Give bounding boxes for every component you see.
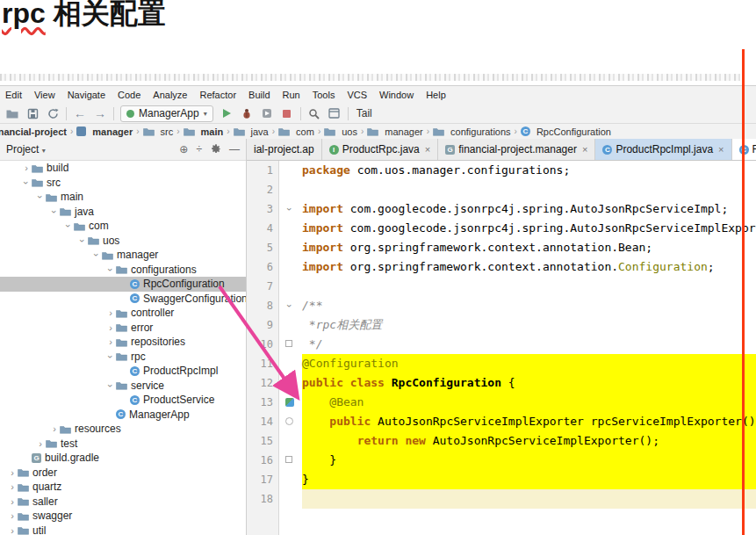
tree-item-order[interactable]: ›order bbox=[0, 466, 246, 481]
chevron-right-icon[interactable]: › bbox=[7, 467, 18, 478]
menu-item-navigate[interactable]: Navigate bbox=[68, 90, 105, 100]
window-icon[interactable] bbox=[328, 106, 342, 120]
code-line-17[interactable]: } bbox=[279, 470, 756, 489]
tree-item-manager[interactable]: ›manager bbox=[0, 248, 246, 263]
tree-item-controller[interactable]: ›controller bbox=[0, 306, 246, 321]
tree-item-quartz[interactable]: ›quartz bbox=[0, 480, 246, 495]
chevron-right-icon[interactable]: › bbox=[49, 423, 60, 434]
chevron-down-icon[interactable]: › bbox=[105, 264, 116, 275]
coverage-button[interactable] bbox=[260, 106, 274, 120]
chevron-right-icon[interactable]: › bbox=[7, 496, 18, 507]
tree-item-swagger[interactable]: ›swagger bbox=[0, 509, 246, 524]
line-number[interactable]: 13 bbox=[247, 393, 273, 412]
tree-item-saller[interactable]: ›saller bbox=[0, 495, 246, 510]
menu-item-window[interactable]: Window bbox=[379, 90, 414, 100]
code-line-16[interactable]: } bbox=[279, 451, 756, 470]
close-tab-icon[interactable]: × bbox=[718, 144, 724, 155]
breadcrumb-item-manager[interactable]: manager bbox=[76, 127, 133, 137]
menu-item-build[interactable]: Build bbox=[248, 90, 270, 100]
fold-end-icon[interactable] bbox=[285, 340, 292, 347]
tree-item-com[interactable]: ›com bbox=[0, 219, 246, 234]
back-icon[interactable]: ← bbox=[73, 106, 87, 120]
menu-item-refactor[interactable]: Refactor bbox=[199, 90, 236, 100]
line-number[interactable]: 17 bbox=[247, 470, 273, 489]
line-number[interactable]: 3 bbox=[247, 199, 273, 219]
stop-button[interactable] bbox=[280, 106, 294, 120]
line-number[interactable]: 8 bbox=[247, 296, 273, 315]
chevron-down-icon[interactable]: › bbox=[77, 235, 88, 246]
breadcrumb-item-java[interactable]: java bbox=[234, 127, 269, 137]
line-number[interactable]: 5 bbox=[247, 238, 273, 257]
tab-productrpcimpl-java[interactable]: CProductRpcImpl.java× bbox=[595, 139, 731, 160]
tree-item-repositories[interactable]: ›repositories bbox=[0, 335, 246, 350]
chevron-right-icon[interactable]: › bbox=[7, 481, 18, 492]
run-button[interactable] bbox=[220, 106, 234, 120]
tree-item-configurations[interactable]: ›configurations bbox=[0, 263, 246, 278]
breadcrumb-item-main[interactable]: main bbox=[184, 127, 224, 137]
menu-item-vcs[interactable]: VCS bbox=[347, 90, 367, 100]
chevron-down-icon[interactable]: › bbox=[21, 177, 32, 188]
breadcrumb-item-uos[interactable]: uos bbox=[324, 127, 357, 137]
tail-label[interactable]: Tail bbox=[356, 107, 372, 119]
line-number[interactable]: 11 bbox=[247, 354, 273, 373]
bean-method-gutter-icon[interactable] bbox=[285, 417, 293, 425]
tree-item-rpcconfiguration[interactable]: CRpcConfiguration bbox=[0, 277, 246, 292]
menu-item-analyze[interactable]: Analyze bbox=[153, 90, 187, 100]
chevron-down-icon[interactable]: › bbox=[49, 206, 60, 217]
code-line-13[interactable]: @Bean bbox=[279, 393, 756, 412]
breadcrumb-item-rpcconfiguration[interactable]: CRpcConfiguration bbox=[521, 127, 611, 137]
collapse-all-icon[interactable]: ÷ bbox=[196, 143, 202, 155]
chevron-right-icon[interactable]: › bbox=[21, 163, 32, 173]
line-number[interactable]: 9 bbox=[247, 315, 273, 335]
tab-ial-project-ap[interactable]: ial-project.ap bbox=[247, 139, 322, 160]
close-tab-icon[interactable]: × bbox=[582, 144, 587, 155]
hide-panel-icon[interactable]: — bbox=[229, 143, 240, 155]
tree-item-main[interactable]: ›main bbox=[0, 190, 246, 205]
tree-item-resources[interactable]: ›resources bbox=[0, 422, 246, 437]
breadcrumb-item-src[interactable]: src bbox=[143, 127, 174, 137]
tree-item-swaggerconfiguration[interactable]: CSwaggerConfiguration bbox=[0, 292, 246, 307]
chevron-right-icon[interactable]: › bbox=[105, 322, 116, 333]
sync-icon[interactable] bbox=[46, 106, 60, 120]
line-number[interactable]: 12 bbox=[247, 373, 273, 393]
code-line-2[interactable] bbox=[279, 180, 756, 199]
tree-item-productrpcimpl[interactable]: CProductRpcImpl bbox=[0, 364, 246, 379]
menu-item-help[interactable]: Help bbox=[426, 90, 446, 100]
code-line-3[interactable]: import com.googlecode.jsonrpc4j.spring.A… bbox=[279, 199, 756, 219]
code-line-4[interactable]: import com.googlecode.jsonrpc4j.spring.A… bbox=[279, 219, 756, 238]
debug-button[interactable] bbox=[240, 106, 254, 120]
menu-item-edit[interactable]: Edit bbox=[5, 90, 22, 100]
run-configuration-selector[interactable]: ManagerApp ▾ bbox=[120, 105, 213, 122]
menu-item-run[interactable]: Run bbox=[283, 90, 300, 100]
chevron-right-icon[interactable]: › bbox=[35, 438, 46, 449]
code-line-11[interactable]: @Configuration bbox=[279, 354, 756, 373]
code-line-8[interactable]: /** bbox=[279, 296, 756, 315]
breadcrumb-item-financial-project[interactable]: financial-project bbox=[0, 127, 67, 137]
code-line-14[interactable]: public AutoJsonRpcServiceImplExporter rp… bbox=[279, 412, 756, 431]
line-number[interactable]: 14 bbox=[247, 412, 273, 431]
tab-productrpc-java[interactable]: IProductRpc.java× bbox=[322, 139, 438, 160]
menu-item-tools[interactable]: Tools bbox=[313, 90, 335, 100]
tab-financial-project-manager[interactable]: Gfinancial-project.manager× bbox=[438, 139, 595, 160]
settings-gear-icon[interactable] bbox=[210, 142, 221, 156]
breadcrumb-item-manager[interactable]: manager bbox=[367, 127, 422, 137]
code-line-12[interactable]: public class RpcConfiguration { bbox=[279, 373, 756, 393]
project-panel-title[interactable]: Project ▾ bbox=[6, 143, 46, 155]
spring-bean-gutter-icon[interactable] bbox=[285, 398, 294, 407]
chevron-right-icon[interactable]: › bbox=[7, 525, 18, 535]
chevron-down-icon[interactable]: › bbox=[63, 221, 74, 231]
menu-item-view[interactable]: View bbox=[34, 90, 55, 100]
tree-item-managerapp[interactable]: CManagerApp bbox=[0, 408, 246, 423]
tree-item-util[interactable]: ›util bbox=[0, 524, 246, 535]
line-number[interactable]: 16 bbox=[247, 451, 273, 470]
open-icon[interactable] bbox=[5, 106, 19, 120]
chevron-right-icon[interactable]: › bbox=[105, 336, 116, 347]
code-line-6[interactable]: import org.springframework.context.annot… bbox=[279, 257, 756, 277]
tree-item-java[interactable]: ›java bbox=[0, 205, 246, 220]
tree-item-service[interactable]: ›service bbox=[0, 379, 246, 394]
code-line-9[interactable]: *rpc相关配置 bbox=[279, 315, 756, 335]
code-line-15[interactable]: return new AutoJsonRpcServiceImplExporte… bbox=[279, 431, 756, 451]
chevron-down-icon[interactable]: › bbox=[105, 351, 116, 362]
menu-item-code[interactable]: Code bbox=[118, 90, 140, 100]
save-all-icon[interactable] bbox=[25, 106, 40, 120]
